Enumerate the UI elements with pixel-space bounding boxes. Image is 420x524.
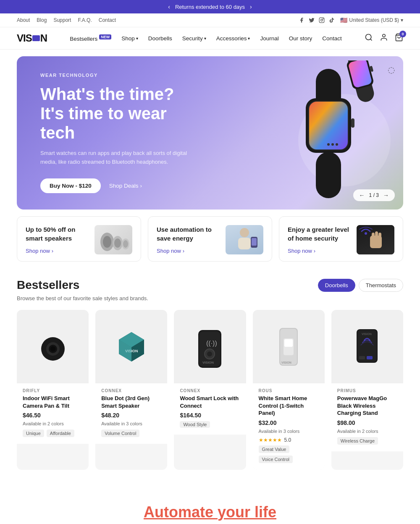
pagination-next-button[interactable]: → [383,192,389,199]
svg-rect-40 [50,338,56,342]
section-header: Bestsellers Doorbells Thermostats [17,278,403,292]
util-blog-link[interactable]: Blog [37,17,47,23]
filter-tabs: Doorbells Thermostats [318,279,403,292]
svg-point-5 [383,34,386,37]
flag-icon: 🇺🇸 [340,17,347,24]
tiktok-icon[interactable] [328,17,335,24]
product-availability: Available in 3 colors [101,421,161,426]
filter-doorbells-button[interactable]: Doorbells [318,279,355,292]
hero-buy-button[interactable]: Buy Now - $120 [40,178,101,193]
instagram-icon[interactable] [318,17,325,24]
cart-icon[interactable]: 0 [395,33,403,44]
arrow-right-icon: › [183,248,184,254]
promo-automation-link[interactable]: Shop now › [157,248,220,254]
svg-point-27 [240,228,249,237]
filter-thermostats-button[interactable]: Thermostats [359,279,403,292]
region-label: United States (USD $) [349,17,399,23]
account-icon[interactable] [380,33,388,44]
nav-icons: 0 [365,33,403,44]
svg-point-20 [336,143,338,146]
product-info-camera: DRIFLY Indoor WiFi Smart Camera Pan & Ti… [17,383,89,444]
util-nav-right: 🇺🇸 United States (USD $) ▾ [298,17,403,24]
product-tags: Wood Style [180,421,240,428]
nav-item-security[interactable]: Security▾ [182,35,206,42]
product-tag: Voice Control [259,456,293,463]
svg-line-4 [370,39,372,40]
nav-item-journal[interactable]: Journal [260,35,278,42]
hero-eyebrow: WEAR TECHNOLOGY [40,73,195,78]
promo-speakers-link[interactable]: Shop now › [26,248,89,254]
nav-item-contact[interactable]: Contact [322,35,342,42]
svg-point-24 [114,238,121,248]
chevron-down-icon: ▾ [401,17,403,23]
promo-security-link[interactable]: Shop now › [288,248,352,254]
search-icon[interactable] [365,33,373,44]
product-card-speaker[interactable]: VISION CONNEX Blue Dot (3rd Gen) Smart S… [95,310,167,470]
svg-rect-59 [359,356,365,359]
product-price: $48.20 [101,412,161,419]
twitter-icon[interactable] [308,17,315,24]
nav-item-shop[interactable]: Shop▾ [121,35,138,42]
automation-illustration [226,225,263,254]
nav-item-accessories[interactable]: Accessories▾ [216,35,250,42]
product-card-panel[interactable]: VISION ROUS White Smart Home Control (1-… [253,310,325,470]
product-name: Blue Dot (3rd Gen) Smart Speaker [101,395,161,409]
rating-number: 5.0 [284,437,291,443]
product-style-tag: Wood Style [180,421,210,428]
promo-card-security: Enjoy a greater level of home security S… [279,216,403,262]
promo-automation-image [226,225,263,254]
banner-next-button[interactable]: › [250,3,252,10]
util-contact-link[interactable]: Contact [99,17,116,23]
hero-deals-link[interactable]: Shop Deals › [109,183,142,189]
svg-rect-60 [367,356,373,359]
banner-prev-button[interactable]: ‹ [168,3,170,10]
chevron-down-icon: ▾ [204,36,206,41]
svg-point-26 [123,240,128,248]
speaker-illustration: VISION [113,328,150,366]
lock-illustration: ((·)) VISION [196,324,223,370]
product-card-charger[interactable]: VISION PRIMUS Powerwave MagGo Black Wire… [331,310,403,470]
promo-card-speakers-text: Up to 50% off on smart speakers Shop now… [26,225,89,254]
automate-title: Automate your life [17,503,403,521]
product-image-panel: VISION [253,310,325,383]
product-tags: Wireless Charge [337,437,397,445]
product-tags: Volume Control [101,430,161,437]
facebook-icon[interactable] [298,17,305,24]
svg-point-35 [365,232,367,235]
hero-content: WEAR TECHNOLOGY What's the time? It's ti… [17,56,218,210]
product-tag: Unique [23,430,44,437]
svg-point-39 [50,346,55,351]
util-support-link[interactable]: Support [53,17,71,23]
nav-item-doorbells[interactable]: Doorbells [148,35,172,42]
util-about-link[interactable]: About [17,17,30,23]
main-nav: VISN BestsellersNEW Shop▾ Doorbells Secu… [0,27,420,50]
nav-item-bestsellers[interactable]: BestsellersNEW [70,35,111,42]
watch-illustration [260,60,395,207]
region-selector[interactable]: 🇺🇸 United States (USD $) ▾ [340,17,403,24]
svg-rect-32 [372,233,375,241]
product-name: Wood Smart Lock with Connect [180,395,240,409]
util-faq-link[interactable]: F.A.Q. [78,17,92,23]
product-info-charger: PRIMUS Powerwave MagGo Black Wireless Ch… [331,383,403,451]
svg-text:VISION: VISION [281,361,291,364]
product-image-camera [17,310,89,383]
product-tags: Great Value Voice Control [259,445,319,463]
rating-row: ★★★★★ 5.0 [259,437,319,443]
hero-description: Smart watches can run apps and play back… [40,149,195,167]
promo-card-automation-text: Use automation to save energy Shop now › [157,225,220,254]
banner-text: Returns extended to 60 days [175,4,245,10]
product-card-camera[interactable]: DRIFLY Indoor WiFi Smart Camera Pan & Ti… [17,310,89,470]
svg-point-18 [327,143,330,146]
security-illustration [357,225,394,254]
nav-links: BestsellersNEW Shop▾ Doorbells Security▾… [70,35,341,42]
pagination-prev-button[interactable]: ← [359,192,365,199]
automate-section: Automate your life Enjoy huge, limited-t… [0,483,420,524]
nav-item-our-story[interactable]: Our story [289,35,312,42]
logo[interactable]: VISN [17,32,47,44]
product-card-lock[interactable]: ((·)) VISION CONNEX Wood Smart Lock with… [174,310,246,470]
product-brand: CONNEX [101,388,161,393]
product-brand: DRIFLY [23,388,83,393]
product-price: $98.00 [337,419,397,426]
product-info-panel: ROUS White Smart Home Control (1-Switch … [253,383,325,470]
new-badge: NEW [99,34,111,39]
